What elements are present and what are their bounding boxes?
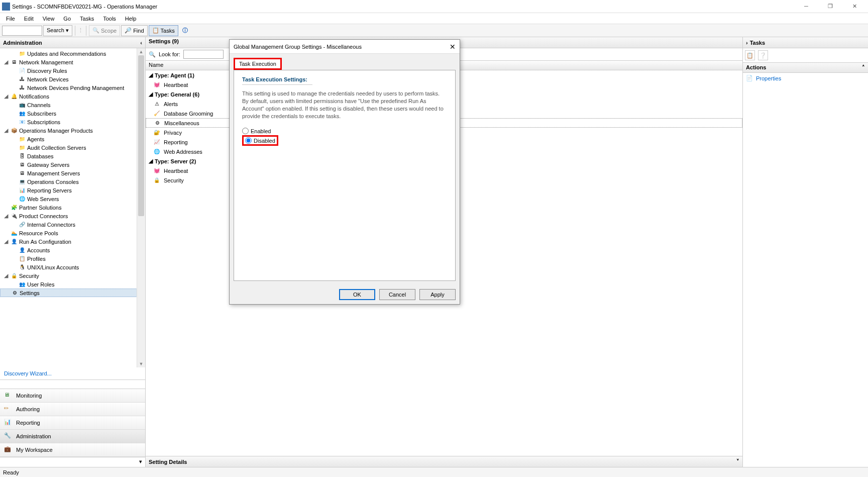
tree-item[interactable]: 🏊Resource Pools [0, 229, 145, 237]
wunderbar-item[interactable]: 📊Reporting [0, 416, 145, 430]
tree-item[interactable]: ◢🔒Security [0, 271, 145, 280]
collapse-icon[interactable]: ◢ [149, 158, 153, 164]
toggle-icon[interactable]: ◢ [3, 213, 9, 219]
chevron-down-icon[interactable]: ˅ [736, 458, 739, 465]
nav-tree[interactable]: ▲ ▼ 📁Updates and Recommendations◢🖥Networ… [0, 48, 145, 367]
task-toolbar-help[interactable]: ❔ [758, 50, 768, 60]
group-label: Type: Server (2) [155, 158, 196, 164]
overflow-icon[interactable]: ⋮ [78, 27, 83, 34]
menu-tools[interactable]: Tools [99, 15, 120, 23]
menu-help[interactable]: Help [121, 15, 141, 23]
toggle-icon[interactable]: ◢ [3, 93, 9, 100]
tree-item[interactable]: ◢🔔Notifications [0, 92, 145, 101]
toolbar-search-input[interactable] [2, 26, 42, 36]
tree-item[interactable]: 📧Subscriptions [0, 118, 145, 126]
toggle-icon[interactable]: ◢ [3, 127, 9, 134]
tree-item[interactable]: 🧩Partner Solutions [0, 203, 145, 212]
minimize-button[interactable]: ─ [799, 3, 814, 10]
toolbar-tasks-button[interactable]: 📋Tasks [149, 25, 178, 36]
collapse-icon[interactable]: ◢ [149, 72, 153, 78]
tree-item[interactable]: 🗄Databases [0, 152, 145, 160]
menu-go[interactable]: Go [59, 15, 75, 23]
tree-item[interactable]: 📊Reporting Servers [0, 186, 145, 195]
dialog-title: Global Management Group Settings - Misce… [234, 44, 362, 50]
tree-item[interactable]: 🖧Network Devices Pending Management [0, 83, 145, 92]
task-header-label: Tasks [750, 40, 765, 46]
tree-label: Discovery Rules [27, 68, 67, 74]
action-properties[interactable]: 📄 Properties [743, 73, 868, 83]
tree-item[interactable]: 🐧UNIX/Linux Accounts [0, 263, 145, 271]
tree-item[interactable]: 📁Agents [0, 135, 145, 143]
tree-item[interactable]: 🖧Network Devices [0, 75, 145, 83]
tree-item[interactable]: ⚙Settings [0, 289, 145, 297]
collapse-icon[interactable]: ◢ [149, 91, 153, 98]
scroll-down-icon[interactable]: ▼ [137, 360, 145, 367]
radio-disabled[interactable]: Disabled [242, 135, 278, 146]
tree-item[interactable]: 👥Subscribers [0, 109, 145, 118]
tree-item[interactable]: 📋Profiles [0, 254, 145, 263]
tree-item[interactable]: 🖥Management Servers [0, 169, 145, 177]
status-text: Ready [3, 469, 19, 475]
close-button[interactable]: ✕ [847, 3, 862, 10]
dialog-buttons: OK Cancel Apply [230, 285, 460, 304]
wunderbar-item[interactable]: 🖥Monitoring [0, 389, 145, 403]
toolbar-help-button[interactable]: ⓘ [179, 25, 191, 36]
tree-label: Partner Solutions [19, 205, 61, 211]
toolbar-find-button[interactable]: 🔎Find [121, 25, 147, 36]
tree-label: Resource Pools [19, 230, 58, 236]
tree-item[interactable]: ◢🔌Product Connectors [0, 212, 145, 220]
wunderbar-item[interactable]: ✏Authoring [0, 403, 145, 416]
row-label: Reporting [164, 139, 188, 145]
tree-item[interactable]: 📁Audit Collection Servers [0, 143, 145, 152]
discovery-wizard-link[interactable]: Discovery Wizard... [0, 367, 145, 379]
toggle-icon[interactable]: ◢ [3, 59, 9, 65]
menu-file[interactable]: File [2, 15, 19, 23]
radio-enabled-input[interactable] [242, 128, 249, 134]
lookfor-input[interactable] [183, 50, 224, 59]
wunderbar-config[interactable]: ▾ [0, 457, 145, 467]
tree-item[interactable]: 🔗Internal Connectors [0, 220, 145, 229]
dialog-close-button[interactable]: ✕ [450, 43, 456, 51]
chevron-up-icon[interactable]: ˄ [862, 64, 865, 71]
chevron-right-icon[interactable]: › [746, 40, 748, 46]
tree-icon: 📁 [18, 50, 26, 58]
wunderbar-item[interactable]: 🔧Administration [0, 430, 145, 443]
radio-enabled[interactable]: Enabled [242, 127, 447, 135]
scroll-up-icon[interactable]: ▲ [137, 48, 145, 55]
nav-header-label: Administration [3, 40, 42, 46]
tab-task-execution[interactable]: Task Execution [234, 58, 282, 70]
wunderbar-item[interactable]: 💼My Workspace [0, 443, 145, 457]
toggle-icon[interactable]: ◢ [3, 272, 9, 279]
toggle-icon[interactable]: ◢ [3, 238, 9, 245]
tree-item[interactable]: 🖥Gateway Servers [0, 160, 145, 169]
toolbar-search-button[interactable]: Search ▾ [43, 25, 72, 36]
tree-item[interactable]: 👤Accounts [0, 246, 145, 254]
ok-button[interactable]: OK [339, 289, 375, 300]
tree-item[interactable]: 👥User Roles [0, 280, 145, 289]
menu-tasks[interactable]: Tasks [76, 15, 98, 23]
task-toolbar-btn1[interactable]: 📋 [745, 50, 755, 60]
tree-item[interactable]: ◢📦Operations Manager Products [0, 126, 145, 135]
menu-view[interactable]: View [39, 15, 59, 23]
scroll-thumb[interactable] [138, 55, 144, 216]
row-label: Heartbeat [164, 168, 188, 174]
maximize-button[interactable]: ❐ [823, 3, 838, 10]
wunderbar-icon: 📊 [4, 419, 12, 427]
cancel-button[interactable]: Cancel [379, 289, 415, 300]
radio-disabled-input[interactable] [245, 137, 252, 144]
wunderbar-icon: 💼 [4, 446, 12, 454]
tree-item[interactable]: ◢🖥Network Management [0, 58, 145, 66]
tree-item[interactable]: 📄Discovery Rules [0, 66, 145, 75]
collapse-icon[interactable]: ‹ [140, 40, 142, 46]
divider [242, 84, 312, 85]
apply-button[interactable]: Apply [419, 289, 456, 300]
tree-icon: 👤 [18, 246, 26, 254]
tree-item[interactable]: 📁Updates and Recommendations [0, 49, 145, 58]
row-icon: 🌐 [153, 148, 161, 156]
menu-edit[interactable]: Edit [20, 15, 38, 23]
tree-item[interactable]: 📺Channels [0, 101, 145, 109]
tree-item[interactable]: 🌐Web Servers [0, 195, 145, 203]
tree-item[interactable]: ◢👤Run As Configuration [0, 237, 145, 246]
tree-item[interactable]: 💻Operations Consoles [0, 177, 145, 186]
scrollbar[interactable]: ▲ ▼ [137, 48, 145, 367]
